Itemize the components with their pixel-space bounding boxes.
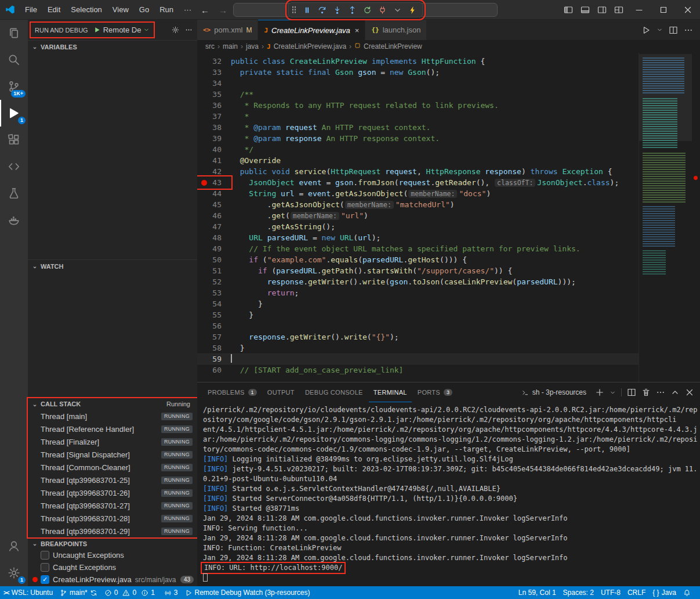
code-text[interactable]: @Override	[231, 155, 281, 166]
panel-tab-debug-console[interactable]: DEBUG CONSOLE	[300, 383, 368, 402]
overview-ruler[interactable]	[692, 53, 700, 382]
line-gutter[interactable]: 38	[197, 122, 231, 133]
code-text[interactable]: response.getWriter().write("{}");	[231, 331, 399, 342]
code-text[interactable]: // If the event object URL matches a spe…	[231, 243, 581, 254]
pause-button[interactable]	[300, 3, 314, 16]
code-text[interactable]: .getAsJsonObject(memberName:"matchedUrl"…	[231, 199, 455, 210]
line-gutter[interactable]: 43	[197, 177, 231, 188]
step-over-button[interactable]	[315, 3, 329, 16]
language-status[interactable]: { }Java	[649, 586, 680, 599]
step-out-button[interactable]	[345, 3, 359, 16]
tab-launch-json[interactable]: {}launch.json	[365, 20, 427, 40]
menu-item-run[interactable]: Run	[154, 0, 179, 20]
line-gutter[interactable]: 47	[197, 221, 231, 232]
terminal-profile-dropdown-icon[interactable]	[610, 389, 616, 396]
breakpoint-row[interactable]: Uncaught Exceptions	[28, 549, 197, 561]
code-text[interactable]: response.getWriter().write(gson.toJson(c…	[231, 276, 576, 287]
menu-item-[interactable]: ···	[179, 0, 197, 20]
session-picker-dropdown-icon[interactable]	[390, 3, 404, 16]
breakpoint-checkbox[interactable]: ✓	[41, 575, 49, 584]
menu-item-view[interactable]: View	[107, 0, 134, 20]
line-gutter[interactable]: 59	[197, 353, 231, 365]
thread-row[interactable]: Thread [main]RUNNING	[28, 410, 197, 423]
toggle-secondary-sidebar-icon[interactable]	[593, 0, 610, 20]
breadcrumb-item[interactable]: CreateLinkPreview	[364, 42, 422, 50]
line-gutter[interactable]: 58	[197, 342, 231, 353]
line-gutter[interactable]: 50	[197, 254, 231, 265]
line-gutter[interactable]: 54	[197, 298, 231, 309]
activity-item-explorer[interactable]	[0, 20, 28, 46]
activity-item-search[interactable]	[0, 46, 28, 73]
breakpoint-row[interactable]: ✓CreateLinkPreview.javasrc/main/java43	[28, 573, 197, 586]
tab-pom-xml[interactable]: <>pom.xmlM	[197, 20, 258, 40]
code-text[interactable]: public void service(HttpRequest request,…	[231, 166, 612, 177]
toolbar-grip-icon[interactable]	[292, 6, 296, 14]
panel-tab-terminal[interactable]: TERMINAL	[369, 383, 412, 402]
breakpoints-section-header[interactable]: ⌄ BREAKPOINTS	[28, 537, 197, 549]
disconnect-button[interactable]	[375, 3, 389, 16]
line-gutter[interactable]: 40	[197, 144, 231, 155]
breadcrumb-item[interactable]: main	[223, 42, 238, 50]
minimize-button[interactable]	[627, 0, 651, 20]
maximize-panel-icon[interactable]	[670, 388, 680, 397]
tab-createlinkpreview-java[interactable]: JCreateLinkPreview.java×	[258, 20, 365, 40]
code-text[interactable]	[231, 353, 232, 365]
cursor-position-status[interactable]: Ln 59, Col 1	[515, 586, 560, 599]
activity-item-accounts[interactable]	[0, 533, 28, 560]
thread-row[interactable]: Thread [qtp399683701-26]RUNNING	[28, 486, 197, 499]
code-text[interactable]: // [START add_ons_case_preview_link]	[231, 365, 403, 376]
minimap[interactable]	[639, 53, 692, 382]
activity-item-remote-explorer[interactable]	[0, 153, 28, 180]
activity-item-testing[interactable]	[0, 180, 28, 207]
code-text[interactable]: * Responds to any HTTP request related t…	[231, 100, 499, 111]
breadcrumb-item[interactable]: CreateLinkPreview.java	[274, 42, 346, 50]
activity-item-docker[interactable]	[0, 207, 28, 233]
menu-item-file[interactable]: File	[20, 0, 42, 20]
line-gutter[interactable]: 37	[197, 111, 231, 122]
code-text[interactable]: * @param request An HTTP request context…	[231, 122, 430, 133]
code-text[interactable]: if ("example.com".equals(parsedURL.getHo…	[231, 254, 467, 265]
breadcrumb-item[interactable]: src	[205, 42, 215, 50]
encoding-status[interactable]: UTF-8	[597, 586, 624, 599]
terminal-instance-select[interactable]: sh - 3p-resources	[521, 388, 586, 396]
line-gutter[interactable]: 56	[197, 320, 231, 331]
code-text[interactable]: }	[231, 309, 253, 320]
code-text[interactable]: String url = event.getAsJsonObject(membe…	[231, 188, 491, 199]
line-gutter[interactable]: 46	[197, 210, 231, 221]
thread-row[interactable]: Thread [Signal Dispatcher]RUNNING	[28, 448, 197, 461]
activity-item-manage[interactable]: 1	[0, 560, 28, 586]
code-text[interactable]: .getAsString();	[231, 221, 335, 232]
close-tab-icon[interactable]: ×	[355, 26, 360, 35]
customize-layout-icon[interactable]	[610, 0, 627, 20]
close-panel-icon[interactable]	[685, 388, 694, 397]
branch-status[interactable]: main*	[56, 586, 101, 599]
line-gutter[interactable]: 45	[197, 199, 231, 210]
launch-config-dropdown[interactable]: Remote De	[93, 26, 150, 34]
problems-status[interactable]: 0 0 1	[101, 586, 161, 599]
views-more-icon[interactable]	[185, 26, 193, 34]
run-dropdown-icon[interactable]	[657, 27, 663, 33]
split-editor-icon[interactable]	[669, 26, 678, 35]
close-window-button[interactable]	[676, 0, 700, 20]
line-gutter[interactable]: 49	[197, 243, 231, 254]
code-text[interactable]: .get(memberName:"url")	[231, 210, 368, 221]
menu-item-go[interactable]: Go	[134, 0, 154, 20]
activity-item-source-control[interactable]: 1K+	[0, 73, 28, 100]
panel-tab-output[interactable]: OUTPUT	[263, 383, 299, 402]
activity-item-run-and-debug[interactable]: 1	[0, 100, 28, 127]
thread-row[interactable]: Thread [Finalizer]RUNNING	[28, 435, 197, 448]
line-gutter[interactable]: 57	[197, 331, 231, 342]
toggle-panel-icon[interactable]	[576, 0, 593, 20]
code-text[interactable]: */	[231, 144, 253, 155]
line-gutter[interactable]: 34	[197, 78, 231, 89]
line-gutter[interactable]: 53	[197, 287, 231, 298]
new-terminal-icon[interactable]	[595, 388, 604, 397]
notifications-bell[interactable]	[680, 586, 694, 599]
thread-row[interactable]: Thread [qtp399683701-28]RUNNING	[28, 512, 197, 525]
code-text[interactable]: JsonObject event = gson.fromJson(request…	[231, 177, 619, 188]
debug-settings-icon[interactable]	[172, 26, 179, 34]
thread-row[interactable]: Thread [Reference Handler]RUNNING	[28, 423, 197, 435]
ports-status[interactable]: 3	[161, 586, 182, 599]
line-gutter[interactable]: 39	[197, 133, 231, 144]
code-text[interactable]: }	[231, 298, 263, 309]
